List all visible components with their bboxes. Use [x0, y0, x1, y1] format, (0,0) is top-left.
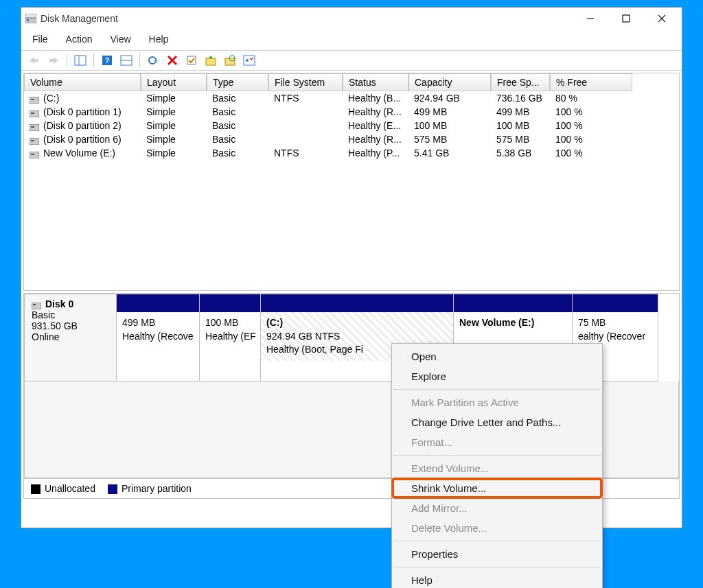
svg-text:?: ? — [105, 56, 110, 64]
maximize-button[interactable] — [616, 10, 636, 27]
ctx-format: Format... — [392, 432, 602, 452]
drive-icon — [30, 150, 39, 156]
disk-header[interactable]: Disk 0 Basic 931.50 GB Online — [24, 294, 117, 381]
menu-view[interactable]: View — [107, 32, 133, 46]
svg-marker-7 — [30, 57, 34, 64]
svg-rect-4 — [623, 15, 630, 22]
forward-icon — [46, 53, 61, 68]
col-free[interactable]: Free Sp... — [491, 73, 550, 91]
menubar: File Action View Help — [21, 30, 682, 50]
svg-rect-21 — [187, 56, 196, 64]
ctx-explore[interactable]: Explore — [392, 366, 602, 386]
titlebar[interactable]: Disk Management — [21, 8, 682, 30]
window-controls — [580, 10, 672, 27]
back-icon — [27, 53, 42, 68]
drive-icon — [30, 108, 39, 115]
minimize-button[interactable] — [580, 10, 601, 27]
legend-primary: Primary partition — [122, 483, 192, 494]
partition[interactable]: 100 MBHealthy (EF — [199, 294, 261, 381]
col-capacity[interactable]: Capacity — [408, 73, 491, 91]
svg-rect-33 — [31, 126, 34, 128]
ctx-open[interactable]: Open — [392, 346, 602, 366]
svg-rect-2 — [27, 19, 29, 21]
action-icon-2[interactable] — [222, 53, 238, 68]
ctx-properties[interactable]: Properties — [392, 544, 602, 564]
menu-action[interactable]: Action — [63, 32, 95, 46]
svg-rect-8 — [34, 59, 38, 62]
disk-state: Online — [32, 331, 109, 342]
col-layout[interactable]: Layout — [141, 73, 207, 91]
drive-icon — [30, 122, 39, 129]
volume-row[interactable]: New Volume (E:)SimpleBasicNTFSHealthy (P… — [24, 146, 679, 160]
svg-point-27 — [246, 59, 249, 62]
window-title: Disk Management — [41, 13, 580, 24]
ctx-change-drive-letter[interactable]: Change Drive Letter and Paths... — [392, 412, 602, 432]
svg-rect-29 — [31, 99, 34, 100]
svg-rect-26 — [244, 56, 255, 65]
menu-help[interactable]: Help — [146, 32, 172, 46]
close-button[interactable] — [652, 10, 672, 27]
help-icon[interactable]: ? — [100, 53, 115, 68]
swatch-unallocated — [31, 484, 41, 494]
ctx-shrink-volume[interactable]: Shrink Volume... — [392, 478, 602, 498]
volume-row[interactable]: (Disk 0 partition 2)SimpleBasicHealthy (… — [24, 119, 679, 132]
svg-rect-37 — [31, 154, 34, 155]
disk-size: 931.50 GB — [32, 320, 109, 331]
svg-marker-23 — [209, 56, 213, 58]
volume-row[interactable]: (Disk 0 partition 6)SimpleBasicHealthy (… — [24, 132, 679, 146]
svg-rect-11 — [75, 56, 86, 65]
svg-rect-10 — [49, 59, 54, 62]
swatch-primary — [108, 484, 117, 494]
drive-icon — [30, 95, 39, 102]
ctx-delete-volume: Delete Volume... — [392, 518, 602, 538]
show-hide-tree-icon[interactable] — [73, 53, 88, 68]
col-pctfree[interactable]: % Free — [550, 73, 632, 91]
volume-table: Volume Layout Type File System Status Ca… — [23, 73, 680, 291]
svg-rect-1 — [25, 14, 36, 18]
volume-list[interactable]: (C:)SimpleBasicNTFSHealthy (B...924.94 G… — [24, 91, 679, 290]
col-type[interactable]: Type — [207, 73, 268, 91]
partition[interactable]: 499 MBHealthy (Recove — [116, 294, 200, 381]
ctx-mark-active: Mark Partition as Active — [392, 392, 602, 412]
properties-icon[interactable] — [184, 53, 199, 68]
svg-rect-38 — [32, 303, 41, 309]
col-fs[interactable]: File System — [268, 73, 343, 91]
settings-icon[interactable] — [242, 53, 257, 68]
svg-marker-9 — [54, 57, 58, 64]
col-volume[interactable]: Volume — [24, 73, 141, 91]
column-headers[interactable]: Volume Layout Type File System Status Ca… — [24, 73, 679, 91]
volume-row[interactable]: (C:)SimpleBasicNTFSHealthy (B...924.94 G… — [24, 91, 679, 105]
context-menu: Open Explore Mark Partition as Active Ch… — [391, 343, 603, 588]
split-view-icon[interactable] — [119, 53, 134, 68]
ctx-help[interactable]: Help — [392, 570, 602, 588]
delete-icon[interactable] — [165, 53, 180, 68]
action-icon-1[interactable] — [203, 53, 218, 68]
svg-rect-35 — [31, 140, 34, 141]
app-icon — [25, 14, 36, 23]
disk-icon — [32, 301, 41, 307]
toolbar: ? — [21, 50, 682, 71]
drive-icon — [30, 136, 39, 143]
ctx-extend-volume: Extend Volume... — [392, 458, 602, 478]
ctx-add-mirror: Add Mirror... — [392, 498, 602, 518]
svg-rect-39 — [33, 304, 36, 305]
menu-file[interactable]: File — [30, 32, 51, 46]
col-status[interactable]: Status — [343, 73, 408, 91]
disk-type: Basic — [32, 309, 109, 320]
svg-rect-22 — [206, 58, 216, 65]
svg-rect-31 — [31, 113, 34, 114]
volume-row[interactable]: (Disk 0 partition 1)SimpleBasicHealthy (… — [24, 105, 679, 119]
legend-unallocated: Unallocated — [45, 483, 95, 494]
refresh-icon[interactable] — [146, 53, 161, 68]
